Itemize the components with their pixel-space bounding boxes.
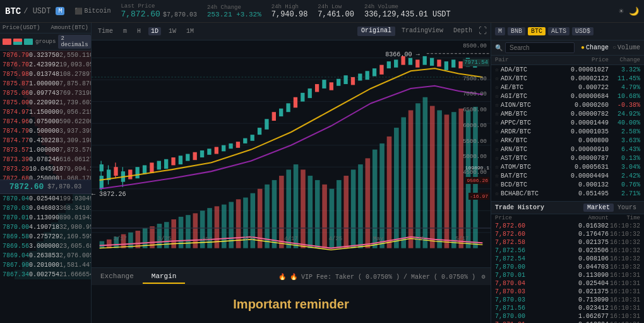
- mid-price: 7872.60: [9, 182, 44, 192]
- list-item[interactable]: ☆ ADX/BTC 0.00002122 11.45%: [491, 74, 644, 83]
- svg-rect-73: [143, 165, 146, 174]
- svg-text:← 3872.26: ← 3872.26: [92, 190, 126, 198]
- change-value: 253.21 +3.32%: [207, 11, 261, 18]
- tag-alts[interactable]: ALTS: [548, 27, 569, 35]
- bid-row[interactable]: 7870.00 4.190718 32,980.95066000: [0, 222, 91, 232]
- mid-price-row: 7872.60 $7,870.03: [0, 180, 91, 194]
- svg-rect-85: [229, 143, 232, 149]
- ask-row[interactable]: 7875.87 1.000000 7,875.87000000: [0, 79, 91, 88]
- tag-usd[interactable]: USD$: [572, 27, 593, 35]
- ask-row[interactable]: 7873.29 10.045910 79,094.36274390: [0, 164, 91, 174]
- price-7500: 7500.00: [463, 76, 489, 82]
- high-stat: 24h High 7,940.98: [271, 4, 308, 19]
- ask-row[interactable]: 7874.96 0.075000 590.62200000: [0, 117, 91, 126]
- tf-1d[interactable]: 1D: [148, 27, 161, 35]
- bid-row[interactable]: 7870.04 0.025404 199.93049616: [0, 194, 91, 204]
- bid-row[interactable]: 7869.04 0.263853 2,076.00595812: [0, 251, 91, 260]
- svg-rect-83: [215, 147, 218, 154]
- bid-row[interactable]: 7867.34 0.002754 21.66665436: [0, 270, 91, 279]
- view-original[interactable]: Original: [357, 27, 395, 36]
- tf-h[interactable]: H: [134, 27, 143, 35]
- orderbook: Price(USDT) Amount(BTC) groups 2 decimal…: [0, 23, 92, 323]
- bid-row[interactable]: 7867.90 0.201000 1,581.44790000: [0, 260, 91, 270]
- subindicator-value: 9506.26: [465, 177, 489, 184]
- tf-1m[interactable]: 1M: [184, 27, 196, 35]
- list-item[interactable]: ☆ AE/BTC 0.000722 4.79%: [491, 83, 644, 92]
- svg-rect-116: [451, 59, 455, 67]
- ask-row[interactable]: 7872.68 0.250000 1,968.17000000: [0, 174, 91, 180]
- svg-rect-105: [373, 68, 376, 76]
- tag-btc[interactable]: BTC: [528, 27, 546, 35]
- svg-rect-100: [337, 79, 340, 86]
- list-item[interactable]: ☆ AMB/BTC 0.00000782 24.92%: [491, 109, 644, 118]
- svg-rect-114: [437, 59, 441, 66]
- list-item[interactable]: ☆ ATOM/BTC 0.0005631 3.04%: [491, 162, 644, 171]
- tag-bnb[interactable]: BNB: [508, 27, 525, 35]
- volume-indicator-label: 109890.1: [465, 164, 489, 171]
- tf-time[interactable]: Time: [95, 27, 116, 35]
- tf-1w[interactable]: 1W: [166, 27, 179, 35]
- ob-asks-icon[interactable]: [3, 39, 11, 45]
- list-item[interactable]: ☆ AION/BTC 0.0000260 -0.38%: [491, 101, 644, 109]
- svg-rect-54: [423, 97, 428, 248]
- ask-row[interactable]: 7875.00 0.220902 1,739.60325000: [0, 98, 91, 107]
- svg-rect-71: [128, 169, 132, 179]
- bid-row[interactable]: 7869.56 3.000000 23,605.68000000: [0, 241, 91, 251]
- ob-both-icon[interactable]: [13, 39, 22, 45]
- list-item[interactable]: ☆ BCHABC/BTC 0.051495 2.71%: [491, 189, 644, 198]
- svg-rect-115: [444, 61, 448, 70]
- ask-row[interactable]: 7876.79 0.323750 2,550.11076250: [0, 51, 91, 60]
- list-item[interactable]: ☆ ARK/BTC 0.000800 3.63%: [491, 136, 644, 145]
- price-6500: 6500.00: [463, 107, 489, 113]
- price-7971: 7971.54: [463, 59, 489, 66]
- quote-symbol: / USDT: [23, 7, 51, 16]
- radio-change[interactable]: ● Change: [581, 44, 609, 51]
- tab-margin[interactable]: Margin: [143, 270, 186, 284]
- bid-row[interactable]: 7869.58 0.275729 2,169.59569482: [0, 232, 91, 241]
- list-item[interactable]: ☆ BCD/BTC 0.000132 0.76%: [491, 180, 644, 189]
- sun-icon[interactable]: ☀: [619, 6, 624, 16]
- ask-row[interactable]: 7874.79 0.500000 3,937.39500000: [0, 126, 91, 136]
- radio-volume[interactable]: ○ Volume: [612, 44, 640, 51]
- list-item[interactable]: ☆ ARDR/BTC 0.00001035 2.58%: [491, 127, 644, 136]
- list-item[interactable]: ☆ ADA/BTC 0.00001027 3.32%: [491, 65, 644, 74]
- list-item[interactable]: ☆ ARN/BTC 0.00000910 6.43%: [491, 145, 644, 154]
- svg-rect-94: [294, 97, 297, 108]
- ask-row[interactable]: 7873.39 0.078246 616.06127394: [0, 155, 91, 164]
- svg-rect-55: [430, 106, 435, 248]
- bid-row[interactable]: 7870.01 0.113090 890.01943000: [0, 213, 91, 222]
- svg-rect-81: [200, 150, 204, 157]
- search-input[interactable]: [505, 42, 575, 53]
- radio-group: ● Change ○ Volume: [581, 44, 640, 51]
- th-tab-yours[interactable]: Yours: [614, 204, 640, 212]
- settings-icon[interactable]: ⚙: [482, 274, 486, 281]
- date-may: May: [373, 236, 383, 242]
- bid-row[interactable]: 7870.03 0.046803 368.34101409: [0, 204, 91, 213]
- ask-row[interactable]: 7874.97 1.150000 9,056.21550000: [0, 107, 91, 117]
- ob-bids-icon[interactable]: [24, 39, 33, 45]
- list-item[interactable]: ☆ BAT/BTC 0.00004494 2.42%: [491, 171, 644, 180]
- table-row: 7,870.01 0.113090 16:10:31: [491, 271, 644, 279]
- list-item[interactable]: ☆ APPC/BTC 0.00001449 40.00%: [491, 118, 644, 127]
- date-417: 4/17: [284, 236, 298, 242]
- th-tab-market[interactable]: Market: [583, 204, 614, 212]
- ask-row[interactable]: 7873.57 1.000000 7,873.57000000: [0, 145, 91, 155]
- tab-exchange[interactable]: Exchange: [92, 270, 143, 284]
- ob-icons: [3, 39, 33, 45]
- date-axis: 3/17 3/25 Apr 4/9 4/17 4/25 May 5/9 5/17: [92, 236, 491, 242]
- view-tradingview[interactable]: TradingView: [398, 27, 447, 36]
- ask-row[interactable]: 7875.98 0.013748 108.27897304: [0, 70, 91, 79]
- expand-icon[interactable]: ⛶: [479, 27, 487, 36]
- col-change: Change: [609, 57, 640, 63]
- moon-icon[interactable]: 🌙: [629, 6, 639, 16]
- decimals-btn[interactable]: 2 decimals: [58, 35, 90, 49]
- low-value: 7,461.00: [318, 10, 354, 19]
- ask-row[interactable]: 7876.70 2.423992 19,093.05778640: [0, 60, 91, 70]
- tf-m[interactable]: m: [121, 27, 129, 35]
- view-depth[interactable]: Depth: [450, 27, 476, 36]
- tag-m[interactable]: M: [495, 27, 505, 35]
- list-item[interactable]: ☆ AGI/BTC 0.00000684 10.68%: [491, 92, 644, 101]
- ask-row[interactable]: 7875.06 0.097743 769.73198958: [0, 88, 91, 98]
- ask-row[interactable]: 7874.77 0.420228 3,309.19884756: [0, 136, 91, 145]
- list-item[interactable]: ☆ AST/BTC 0.00000787 0.13%: [491, 154, 644, 162]
